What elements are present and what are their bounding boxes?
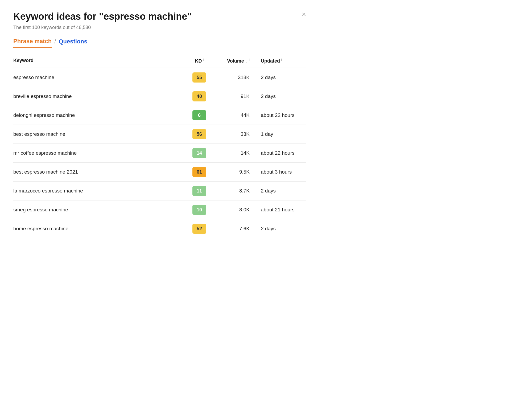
kd-badge: 55 [192,72,206,83]
cell-kd: 40 [186,87,216,106]
table-row: mr coffee espresso machine 14 14K about … [13,144,306,163]
kd-badge: 40 [192,91,206,101]
cell-kd: 14 [186,144,216,163]
cell-kd: 55 [186,68,216,87]
table-row: best espresso machine 2021 61 9.5K about… [13,163,306,182]
table-row: home espresso machine 52 7.6K 2 days [13,219,306,238]
cell-kd: 10 [186,200,216,219]
col-header-volume[interactable]: Volume ↓i [216,54,253,68]
cell-updated: 2 days [253,68,306,87]
tab-phrase-match[interactable]: Phrase match [13,38,52,48]
tab-questions[interactable]: Questions [59,38,87,48]
col-header-keyword: Keyword [13,54,186,68]
table-row: smeg espresso machine 10 8.0K about 21 h… [13,200,306,219]
table-row: best espresso machine 56 33K 1 day [13,125,306,144]
cell-kd: 61 [186,163,216,182]
kd-badge: 56 [192,129,206,139]
cell-keyword: home espresso machine [13,219,186,238]
table-row: delonghi espresso machine 6 44K about 22… [13,106,306,125]
kd-badge: 52 [192,224,206,234]
cell-updated: about 22 hours [253,144,306,163]
table-header-row: Keyword KDi Volume ↓i Updatedi [13,54,306,68]
tab-divider: / [54,38,56,48]
close-button[interactable]: × [302,11,306,18]
kd-badge: 11 [192,186,206,196]
cell-updated: about 3 hours [253,163,306,182]
cell-volume: 9.5K [216,163,253,182]
cell-kd: 56 [186,125,216,144]
page-subtitle: The first 100 keywords out of 46,530 [13,25,306,30]
kd-badge: 61 [192,167,206,177]
cell-keyword: mr coffee espresso machine [13,144,186,163]
cell-updated: 1 day [253,125,306,144]
close-icon: × [302,10,306,18]
cell-volume: 44K [216,106,253,125]
cell-keyword: espresso machine [13,68,186,87]
cell-volume: 8.7K [216,182,253,200]
cell-keyword: smeg espresso machine [13,200,186,219]
keywords-table: Keyword KDi Volume ↓i Updatedi espresso … [13,54,306,238]
cell-updated: 2 days [253,219,306,238]
page-title: Keyword ideas for "espresso machine" [13,11,306,22]
cell-volume: 7.6K [216,219,253,238]
cell-kd: 6 [186,106,216,125]
cell-keyword: la marzocco espresso machine [13,182,186,200]
table-row: espresso machine 55 318K 2 days [13,68,306,87]
kd-badge: 14 [192,148,206,158]
cell-keyword: best espresso machine [13,125,186,144]
cell-volume: 14K [216,144,253,163]
page-wrapper: × Keyword ideas for "espresso machine" T… [13,11,306,238]
tab-bar: Phrase match / Questions [13,38,306,48]
cell-volume: 91K [216,87,253,106]
cell-volume: 33K [216,125,253,144]
page-header: Keyword ideas for "espresso machine" The… [13,11,306,30]
cell-volume: 8.0K [216,200,253,219]
kd-badge: 10 [192,205,206,215]
cell-kd: 11 [186,182,216,200]
cell-updated: about 22 hours [253,106,306,125]
col-header-updated[interactable]: Updatedi [253,54,306,68]
cell-updated: 2 days [253,182,306,200]
cell-keyword: best espresso machine 2021 [13,163,186,182]
kd-badge: 6 [192,110,206,120]
col-header-kd[interactable]: KDi [186,54,216,68]
cell-keyword: delonghi espresso machine [13,106,186,125]
table-row: la marzocco espresso machine 11 8.7K 2 d… [13,182,306,200]
cell-kd: 52 [186,219,216,238]
table-row: breville espresso machine 40 91K 2 days [13,87,306,106]
cell-updated: 2 days [253,87,306,106]
cell-updated: about 21 hours [253,200,306,219]
cell-volume: 318K [216,68,253,87]
cell-keyword: breville espresso machine [13,87,186,106]
